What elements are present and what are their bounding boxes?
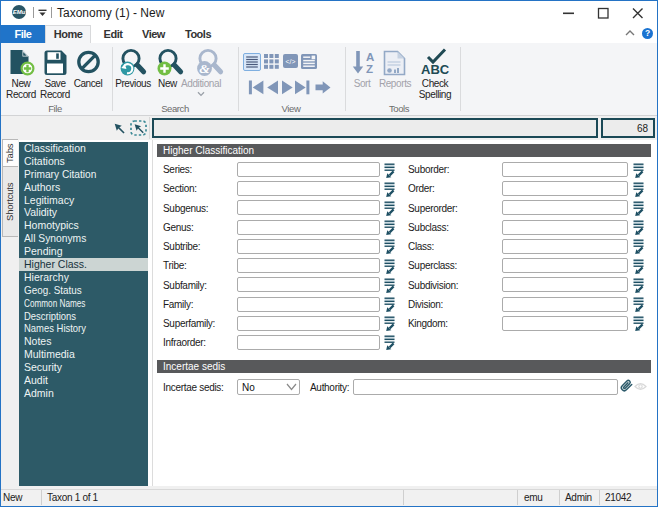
svg-text:A: A bbox=[366, 51, 374, 63]
svg-text:ABC: ABC bbox=[421, 62, 450, 76]
svg-text:&: & bbox=[199, 61, 210, 76]
svg-text:</>: </> bbox=[286, 58, 296, 65]
svg-text:Z: Z bbox=[366, 63, 373, 75]
